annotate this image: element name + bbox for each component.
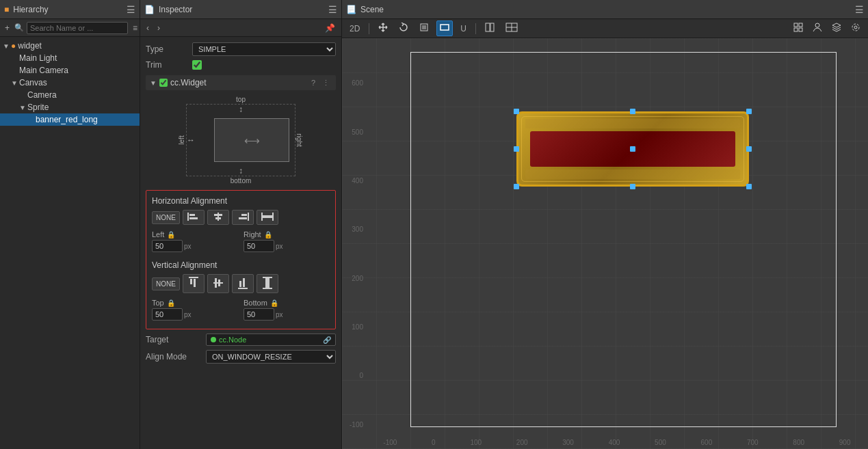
hierarchy-menu-icon[interactable]: ☰ (127, 4, 135, 15)
svg-point-37 (854, 26, 857, 29)
horizontal-alignment-title: Horizontal Alignment (152, 196, 330, 206)
hierarchy-search-input[interactable] (27, 22, 128, 34)
tree-item-widget[interactable]: ▼ ● widget (0, 40, 140, 52)
scene-right-btn-2[interactable] (809, 21, 826, 36)
tree-item-banner[interactable]: banner_red_long (0, 113, 140, 126)
handle-bottom-center[interactable] (630, 184, 635, 189)
inspector-forward-btn[interactable]: › (155, 23, 162, 33)
bottom-arrow: ↕ (239, 166, 243, 176)
scene-btn-scale[interactable] (416, 21, 432, 36)
target-value-field[interactable]: cc.Node 🔗 (206, 334, 336, 346)
handle-bottom-left[interactable] (514, 184, 519, 189)
hierarchy-list-icon[interactable]: ≡ (131, 23, 140, 33)
v-align-bottom-btn[interactable] (232, 274, 254, 293)
scene-btn-graph[interactable] (502, 21, 521, 36)
handle-top-right[interactable] (746, 109, 752, 114)
v-align-middle-btn[interactable] (207, 274, 229, 293)
inspector-pin-btn[interactable]: 📌 (323, 23, 337, 33)
component-help-btn[interactable]: ? (309, 79, 317, 87)
scene-right-toolbar (790, 21, 864, 36)
handle-top-center[interactable] (630, 109, 635, 114)
tree-item-sprite[interactable]: ▼ Sprite (0, 101, 140, 113)
widget-label: widget (18, 41, 42, 51)
trim-label: Trim (146, 60, 187, 70)
bottom-value-input[interactable] (244, 308, 274, 321)
grid-icon (793, 23, 803, 32)
canvas-bounding-rect (410, 52, 837, 427)
handle-top-left[interactable] (514, 109, 519, 114)
h-align-center-icon (212, 213, 224, 221)
tree-item-canvas[interactable]: ▼ Canvas (0, 77, 140, 89)
v-align-top-btn[interactable] (183, 274, 205, 293)
scene-right-btn-1[interactable] (790, 21, 806, 36)
type-select[interactable]: SIMPLE (192, 42, 336, 56)
svg-rect-22 (263, 288, 272, 289)
panels-row: ■ Hierarchy ☰ + 🔍 ≡ ▼ ● widget (0, 0, 868, 449)
handle-middle-left[interactable] (514, 146, 519, 152)
inspector-content: Type SIMPLE Trim ▼ cc.Widget (140, 37, 341, 449)
scene-right-btn-3[interactable] (828, 21, 845, 36)
svg-rect-19 (239, 281, 241, 287)
svg-rect-5 (215, 217, 221, 219)
svg-rect-12 (189, 277, 198, 278)
top-value-input[interactable] (152, 308, 183, 321)
scene-btn-rect[interactable] (436, 21, 453, 36)
svg-rect-28 (490, 23, 494, 31)
v-align-stretch-btn[interactable] (257, 274, 278, 293)
align-mode-label: Align Mode (146, 352, 200, 362)
inspector-menu-icon[interactable]: ☰ (328, 4, 337, 15)
svg-rect-27 (486, 23, 490, 31)
inspector-back-btn[interactable]: ‹ (144, 23, 151, 33)
scene-btn-2d[interactable]: 2D (346, 22, 363, 36)
add-node-button[interactable]: + (3, 23, 12, 33)
tree-item-camera[interactable]: Camera (0, 89, 140, 101)
svg-rect-32 (794, 23, 798, 27)
scene-title: Scene (360, 5, 851, 14)
diagram-inner-box: ⟷ (214, 118, 289, 162)
trim-checkbox[interactable] (192, 60, 202, 70)
scene-btn-rotate[interactable] (395, 21, 412, 36)
component-more-btn[interactable]: ⋮ (320, 79, 332, 87)
diagram-bottom-label: bottom (231, 177, 252, 185)
scene-btn-move[interactable] (375, 21, 391, 36)
v-align-bottom-icon (238, 277, 248, 289)
hierarchy-toolbar: + 🔍 ≡ (0, 19, 140, 37)
h-align-left-btn[interactable] (183, 210, 205, 225)
tree-item-main-camera[interactable]: Main Camera (0, 64, 140, 77)
right-field-group: Right 🔒 px (244, 230, 330, 252)
banner-area[interactable] (516, 111, 749, 187)
top-input-row: px (152, 308, 238, 321)
expand-arrow-canvas: ▼ (11, 79, 18, 87)
right-value-input[interactable] (244, 240, 274, 252)
left-unit-label: px (184, 243, 192, 250)
align-mode-select[interactable]: ON_WINDOW_RESIZE (206, 350, 336, 364)
component-checkbox[interactable] (159, 79, 168, 87)
handle-middle-center[interactable] (630, 146, 635, 152)
v-align-none-btn[interactable]: NONE (152, 277, 180, 290)
settings-icon (851, 23, 860, 32)
tree-item-main-light[interactable]: Main Light (0, 52, 140, 64)
x-label-0: 0 (432, 439, 436, 446)
main-light-label: Main Light (19, 53, 57, 63)
svg-rect-11 (263, 215, 272, 218)
component-expand-icon[interactable]: ▼ (150, 79, 157, 87)
scene-menu-icon[interactable]: ☰ (855, 4, 864, 15)
svg-rect-3 (218, 213, 219, 221)
svg-rect-4 (214, 214, 222, 216)
handle-middle-right[interactable] (746, 146, 752, 152)
h-align-center-btn[interactable] (207, 210, 229, 225)
h-align-right-btn[interactable] (232, 210, 254, 225)
svg-rect-21 (263, 277, 272, 278)
bottom-lock-icon: 🔒 (270, 299, 278, 307)
v-align-stretch-icon (263, 277, 272, 289)
scene-canvas[interactable]: 600 500 400 300 200 100 0 -100 -100 0 10… (342, 38, 868, 449)
h-align-none-btn[interactable]: NONE (152, 211, 180, 224)
handle-bottom-right[interactable] (746, 184, 752, 189)
scene-btn-r[interactable] (482, 21, 498, 36)
scene-btn-u[interactable]: U (457, 22, 470, 36)
svg-rect-34 (794, 28, 798, 31)
left-value-input[interactable] (152, 240, 183, 252)
right-field-label: Right 🔒 (244, 230, 330, 239)
h-align-stretch-btn[interactable] (257, 210, 278, 225)
scene-right-btn-4[interactable] (847, 21, 864, 36)
